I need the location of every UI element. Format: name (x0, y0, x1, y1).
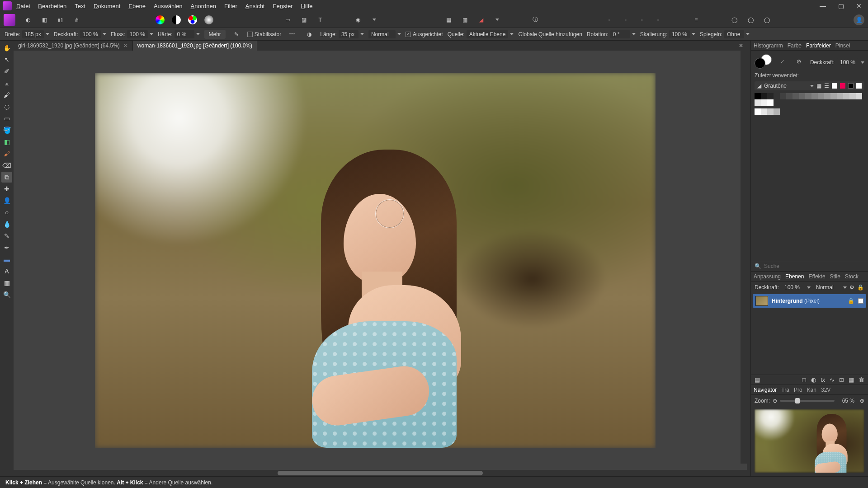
menu-filter[interactable]: Filter (224, 3, 237, 9)
paint-bucket-tool-icon[interactable]: 🪣 (1, 125, 12, 136)
clone-tool-icon[interactable]: ⧉ (1, 172, 12, 183)
rope-stabilizer-icon[interactable]: 〰 (286, 28, 298, 41)
panel-tab-anpassung[interactable]: Anpassung (754, 273, 781, 280)
canvas-viewport[interactable] (14, 51, 747, 470)
swatch[interactable] (761, 99, 767, 106)
bool-sub-icon[interactable]: ◯ (744, 14, 757, 26)
text-tool-icon[interactable]: A (1, 266, 12, 277)
zoom-value[interactable]: 65 % (837, 397, 857, 405)
layer-visibility-checkbox[interactable] (858, 298, 863, 304)
panel-tab-ebenen[interactable]: Ebenen (785, 273, 804, 280)
swatch[interactable] (818, 93, 824, 99)
dropdown-icon[interactable] (46, 33, 49, 35)
dropdown-icon[interactable] (632, 33, 636, 35)
mesh-tool-icon[interactable]: ▦ (1, 277, 12, 288)
layer-row[interactable]: Hintergrund (Pixel) 🔒 (753, 294, 866, 308)
grey-adjust-icon[interactable] (203, 14, 215, 26)
swatch[interactable] (799, 93, 805, 99)
panel-tab-stock[interactable]: Stock (845, 273, 859, 280)
swatch[interactable] (767, 108, 774, 115)
window-stabilizer-icon[interactable]: ◑ (303, 28, 316, 41)
panel-tab-pro[interactable]: Pro (794, 387, 802, 393)
arrange-3-icon[interactable]: ▫ (636, 14, 648, 26)
dropdown-icon[interactable] (807, 286, 811, 289)
panel-tab-tra[interactable]: Tra (781, 387, 789, 393)
rgb-adjust-icon[interactable] (186, 14, 199, 26)
adjust-layer-icon[interactable]: ◐ (811, 376, 816, 383)
move-tool-icon[interactable]: ↖ (1, 54, 12, 65)
palette-sw3[interactable] (848, 83, 854, 89)
flow-value[interactable]: 100 % (127, 30, 148, 38)
dropdown-icon[interactable] (810, 85, 814, 87)
dodge-tool-icon[interactable]: ○ (1, 207, 12, 218)
scale-value[interactable]: 100 % (669, 30, 690, 38)
close-button[interactable]: ✕ (853, 2, 865, 9)
layer-lock-indicator-icon[interactable]: 🔒 (848, 298, 854, 304)
selection-brush-tool-icon[interactable]: 🖌 (1, 89, 12, 100)
healing-tool-icon[interactable]: ✚ (1, 183, 12, 194)
rotation-value[interactable]: 0 ° (610, 30, 630, 38)
swatch[interactable] (774, 93, 780, 99)
color-picker-tool-icon[interactable]: ✐ (1, 66, 12, 77)
panel-tab-stile[interactable]: Stile (830, 273, 840, 280)
dropdown-icon[interactable] (861, 61, 864, 64)
menu-auswählen[interactable]: Auswählen (154, 3, 183, 9)
stabilizer-checkbox[interactable] (247, 32, 253, 37)
photo-persona-icon[interactable] (4, 14, 15, 26)
swatch[interactable] (793, 93, 799, 99)
grid-icon[interactable]: ▦ (442, 14, 455, 26)
swatch[interactable] (786, 93, 793, 99)
account-avatar[interactable]: 👤 (854, 14, 864, 25)
palette-sw4[interactable] (856, 83, 862, 89)
delete-layer-icon[interactable]: 🗑 (859, 376, 864, 383)
canvas[interactable] (95, 73, 656, 448)
dropdown-icon[interactable] (103, 33, 106, 35)
mask-dropdown-icon[interactable] (368, 14, 381, 26)
tab-close-active[interactable]: ✕ (735, 41, 747, 51)
layer-group-icon[interactable]: ▤ (755, 376, 760, 383)
mask-layer-icon[interactable]: ◻ (802, 376, 807, 383)
swatch[interactable] (774, 108, 780, 115)
select-subtract-icon[interactable]: ▨ (297, 14, 310, 26)
eyedropper-icon[interactable]: ⟋ (776, 55, 789, 68)
width-value[interactable]: 185 px (22, 30, 44, 38)
hardness-value[interactable]: 0 % (175, 30, 194, 38)
swatch[interactable] (830, 93, 837, 99)
panel-tab-32v[interactable]: 32V (821, 387, 830, 393)
mask-icon[interactable]: ◉ (352, 14, 364, 26)
menu-anordnen[interactable]: Anordnen (191, 3, 216, 9)
arrange-1-icon[interactable]: ▫ (603, 14, 616, 26)
swatch[interactable] (761, 108, 767, 115)
more-button[interactable]: Mehr (204, 30, 226, 39)
layer-lock-icon[interactable]: 🔒 (857, 284, 864, 291)
panel-tab-histogramm[interactable]: Histogramm (754, 42, 783, 49)
bw-adjust-icon[interactable] (170, 14, 183, 26)
layer-thumbnail[interactable] (755, 296, 768, 306)
develop-persona-icon[interactable]: ◧ (38, 14, 51, 26)
panel-tab-farbe[interactable]: Farbe (788, 42, 802, 49)
search-field[interactable]: 🔍 (751, 261, 868, 271)
layer-opacity-value[interactable]: 100 % (782, 283, 804, 291)
pressure-icon[interactable]: ✎ (230, 28, 243, 41)
document-tab[interactable]: girl-1869532_1920.jpg [Geändert] (64.5%)… (14, 41, 133, 51)
brush-tool-icon[interactable]: 🖌 (1, 148, 12, 159)
hand-tool-icon[interactable]: ✋ (1, 42, 12, 53)
palette-list-icon[interactable]: ☰ (824, 83, 829, 89)
zoom-tool-icon[interactable]: 🔍 (1, 289, 12, 300)
swatch[interactable] (824, 93, 830, 99)
swatch[interactable] (755, 93, 761, 99)
dropdown-icon[interactable] (360, 33, 364, 35)
panel-tab-pinsel[interactable]: Pinsel (835, 42, 850, 49)
dropdown-icon[interactable] (397, 33, 401, 35)
panel-tab-navigator[interactable]: Navigator (754, 387, 777, 393)
menu-bearbeiten[interactable]: Bearbeiten (38, 3, 66, 9)
panel-tab-farbfelder[interactable]: Farbfelder (806, 42, 831, 49)
flood-select-tool-icon[interactable]: ◌ (1, 101, 12, 112)
dropdown-icon[interactable] (196, 33, 200, 35)
swatch[interactable] (755, 99, 761, 106)
zoom-out-icon[interactable]: ⊖ (773, 398, 777, 404)
swatch[interactable] (837, 93, 843, 99)
palette-sw1[interactable] (832, 83, 837, 89)
liquify-persona-icon[interactable]: ◐ (22, 14, 34, 26)
panel-resize-handle[interactable] (747, 41, 750, 476)
